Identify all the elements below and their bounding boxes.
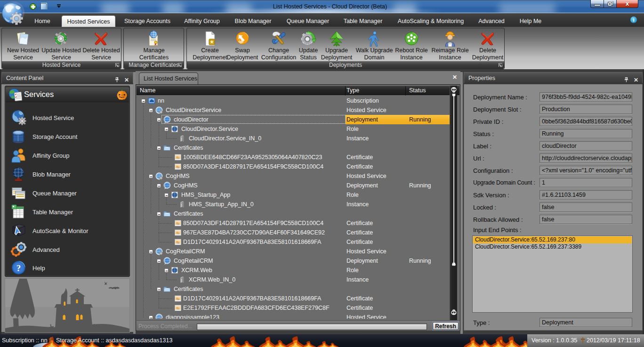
svg-text:?: ? [16,263,21,273]
